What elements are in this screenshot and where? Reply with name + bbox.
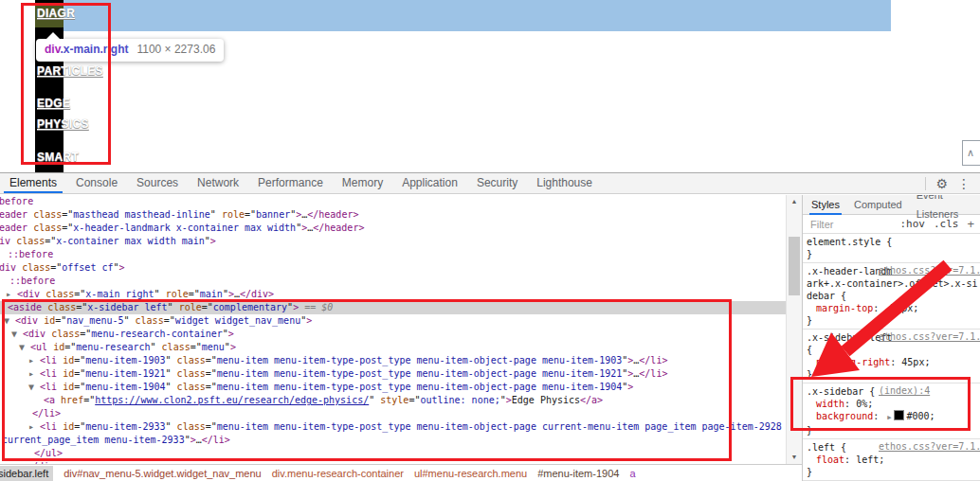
css-rule: ethos.css?ver=7.1.2: .x-sidebar.left { p… (803, 330, 980, 383)
divider (925, 177, 926, 190)
scrollbar-down-icon[interactable]: ▼ (787, 451, 802, 464)
dom-tree-line[interactable]: ▸ <li id="menu-item-2933" class="menu-it… (28, 420, 786, 434)
breadcrumb-item[interactable]: div#nav_menu-5.widget.widget_nav_menu (64, 468, 262, 479)
devtools-tab[interactable]: Application (392, 173, 467, 193)
breadcrumb-item[interactable]: sidebar.left (0, 466, 53, 481)
dom-tree-line[interactable]: </ul> (34, 447, 786, 460)
gear-icon[interactable]: ⚙ (935, 177, 948, 190)
css-rules-list: element.style { } ethos.css?ver=7.1.2: .… (803, 234, 980, 481)
tooltip-classes: .x-main.right (60, 43, 128, 56)
dom-tree-line[interactable]: ::before (9, 275, 786, 288)
css-props: float: left; (807, 454, 978, 466)
sidebar-menu-item[interactable]: PARTICLES (37, 64, 103, 78)
inspect-tooltip: div.x-main.right1100 × 2273.06 (36, 39, 224, 62)
dom-tree-line[interactable]: ▼ <div id="nav_menu-5" class="widget wid… (4, 314, 786, 328)
breadcrumb-item[interactable]: ul#menu-research.menu (414, 468, 527, 479)
css-rule: ethos.css?ver=7.1.2: .x-header-landmark+… (803, 263, 980, 330)
css-property[interactable]: float: left; (807, 454, 978, 466)
elements-panel: ::before<header class="masthead masthead… (0, 195, 803, 481)
css-close-brace: } (807, 314, 978, 327)
dom-tree-line[interactable]: current_page_item menu-item-2933">…</li> (2, 434, 786, 447)
devtools-tabbar-actions: ⚙ ⋮ (925, 173, 980, 193)
css-property[interactable]: padding-right: 45px; (807, 356, 978, 368)
dom-tree-line[interactable]: ▼ <div class="menu-research-container"> (11, 328, 786, 341)
dom-tree-line[interactable]: ▸ <li id="menu-item-1921" class="menu-it… (28, 367, 786, 381)
elements-scrollbar[interactable]: ▲ ▼ (786, 195, 802, 464)
dom-tree-line[interactable]: <header class="x-header-landmark x-conta… (0, 222, 786, 235)
breadcrumb-item[interactable]: a (629, 468, 635, 479)
dom-tree-line[interactable]: <a href="https://www.clon2.psft.eu/resea… (44, 394, 786, 407)
css-props: width: 0%;background: ▶#000; (807, 398, 978, 424)
styles-tabs: StylesComputedEvent Listeners (803, 195, 980, 215)
devtools-tab[interactable]: Console (66, 173, 127, 193)
dom-tree-line[interactable]: <aside class="x-sidebar left" role="comp… (0, 301, 786, 314)
devtools-tab[interactable]: Security (467, 173, 527, 193)
css-property[interactable]: background: ▶#000; (807, 410, 978, 424)
css-rule: (index):4 .x-sidebar { width: 0%;backgro… (803, 383, 980, 439)
css-source-link[interactable]: ethos.css?ver=7.1.2: (879, 265, 980, 276)
expander-icon[interactable]: ▶ (887, 414, 891, 421)
styles-sidebar: StylesComputedEvent Listeners :hov .cls … (803, 195, 980, 481)
tooltip-dimensions: 1100 × 2273.06 (136, 43, 215, 56)
dom-tree-line[interactable]: </li> (32, 407, 786, 420)
color-swatch[interactable] (894, 410, 904, 420)
dom-tree-line[interactable]: ::before (8, 248, 786, 261)
devtools-tab[interactable]: Lighthouse (527, 173, 602, 193)
dom-tree-line[interactable]: <div class="offset cf"> (0, 261, 786, 275)
css-property[interactable]: margin-top: -35px; (807, 302, 978, 314)
css-props: padding-right: 45px; (807, 356, 978, 368)
css-source-link[interactable]: (index):4 (879, 385, 930, 396)
css-close-brace: } (807, 466, 978, 478)
sidebar-menu-item[interactable]: PHYSICS (37, 117, 89, 131)
dom-tree-line[interactable]: ::before (0, 195, 786, 208)
css-close-brace: } (807, 424, 978, 436)
dom-tree: ::before<header class="masthead masthead… (0, 195, 786, 464)
devtools-panel: ElementsConsoleSourcesNetworkPerformance… (0, 172, 980, 481)
dom-tree-line[interactable]: ▸ <div class="x-main right" role="main">… (6, 288, 786, 301)
chevron-up-icon: ∧ (967, 147, 974, 158)
sidebar-menu-item[interactable]: DIAGR (37, 7, 75, 20)
sidebar-menu-item[interactable]: SMART (37, 151, 79, 164)
css-rule: element.style { } (803, 234, 980, 263)
browser-viewport: DIAGRPARTICLESEDGEPHYSICSSMART div.x-mai… (0, 0, 980, 172)
breadcrumb-item[interactable]: #menu-item-1904 (537, 468, 619, 479)
devtools-tab[interactable]: Sources (127, 173, 188, 193)
screen: DIAGRPARTICLESEDGEPHYSICSSMART div.x-mai… (0, 0, 980, 481)
tooltip-tag: div (45, 43, 60, 56)
breadcrumb: sidebar.leftdiv#nav_menu-5.widget.widget… (0, 464, 802, 481)
devtools-tabs: ElementsConsoleSourcesNetworkPerformance… (0, 173, 602, 193)
dom-tree-line[interactable]: ▼ <li id="menu-item-1904" class="menu-it… (28, 381, 786, 394)
dom-tree-line[interactable]: <header class="masthead masthead-inline"… (0, 208, 786, 222)
scroll-to-top-button[interactable]: ∧ (962, 140, 980, 166)
css-props: margin-top: -35px; (807, 302, 978, 314)
kebab-menu-icon[interactable]: ⋮ (957, 177, 971, 190)
spacer (897, 236, 978, 246)
page-header-bar (64, 0, 891, 31)
styles-tab[interactable]: Event Listeners (916, 195, 980, 223)
css-source-link[interactable]: ethos.css?ver=7.1.2: (879, 331, 980, 342)
tooltip-arrow (46, 32, 60, 39)
css-close-brace: } (807, 368, 978, 381)
styles-tab[interactable]: Computed (854, 195, 902, 214)
css-close-brace: } (807, 248, 978, 260)
breadcrumb-item[interactable]: div.menu-research-container (272, 468, 404, 479)
devtools-tab[interactable]: Memory (333, 173, 392, 193)
devtools-tab[interactable]: Performance (248, 173, 333, 193)
devtools-main: ::before<header class="masthead masthead… (0, 195, 980, 481)
scrollbar-up-icon[interactable]: ▲ (787, 195, 802, 208)
css-source-link[interactable]: ethos.css?ver=7.1.2: (879, 441, 980, 452)
sidebar-menu-item[interactable]: EDGE (37, 97, 70, 110)
styles-tab[interactable]: Styles (811, 195, 840, 214)
devtools-tab[interactable]: Network (188, 173, 248, 193)
dom-tree-line[interactable]: ▼ <ul id="menu-research" class="menu"> (19, 341, 786, 354)
css-rule: ethos.css?ver=7.1.2: .left { float: left… (803, 439, 980, 481)
dom-tree-line[interactable]: <div class="x-container max width main"> (0, 235, 786, 248)
devtools-tabbar: ElementsConsoleSourcesNetworkPerformance… (0, 173, 980, 194)
dom-tree-line[interactable]: ▸ <li id="menu-item-1903" class="menu-it… (28, 354, 786, 367)
scrollbar-thumb[interactable] (789, 237, 800, 295)
devtools-tab[interactable]: Elements (0, 173, 66, 193)
css-property[interactable]: width: 0%; (807, 398, 978, 410)
styles-filter-input[interactable] (808, 218, 888, 231)
